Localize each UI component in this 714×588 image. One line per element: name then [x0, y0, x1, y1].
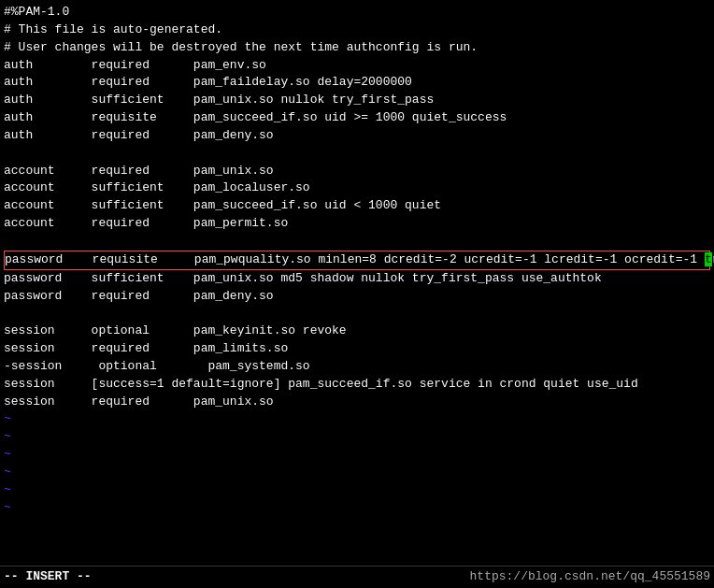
line-28: ~: [4, 481, 710, 499]
line-17: password required pam_deny.so: [4, 288, 710, 306]
line-11: account sufficient pam_localuser.so: [4, 179, 710, 197]
line-23: session required pam_unix.so: [4, 394, 710, 411]
line-19: session optional pam_keyinit.so revoke: [4, 323, 710, 340]
line-12: account sufficient pam_succeed_if.so uid…: [4, 197, 710, 215]
line-1: #%PAM-1.0: [4, 4, 710, 22]
url-label: https://blog.csdn.net/qq_45551589: [470, 568, 710, 586]
line-26: ~: [4, 446, 710, 464]
line-7: auth requisite pam_succeed_if.so uid >= …: [4, 109, 710, 127]
line-22: session [success=1 default=ignore] pam_s…: [4, 376, 710, 394]
line-29: ~: [4, 499, 710, 517]
line-6: auth sufficient pam_unix.so nullok try_f…: [4, 92, 710, 109]
line-18: [4, 305, 710, 323]
line-21: -session optional pam_systemd.so: [4, 358, 710, 376]
line-3: # User changes will be destroyed the nex…: [4, 39, 710, 57]
line-16: password sufficient pam_unix.so md5 shad…: [4, 270, 710, 288]
line-8: auth required pam_deny.so: [4, 127, 710, 145]
line-24: ~: [4, 410, 710, 428]
line-10: account required pam_unix.so: [4, 163, 710, 180]
line-27: ~: [4, 464, 710, 481]
line-25: ~: [4, 428, 710, 446]
line-14: [4, 233, 710, 251]
line-13: account required pam_permit.so: [4, 215, 710, 233]
line-4: auth required pam_env.so: [4, 57, 710, 75]
line-9: [4, 145, 710, 163]
status-bar: -- INSERT -- https://blog.csdn.net/qq_45…: [0, 566, 714, 588]
line-2: # This file is auto-generated.: [4, 22, 710, 39]
terminal: #%PAM-1.0 # This file is auto-generated.…: [0, 0, 714, 588]
line-20: session required pam_limits.so: [4, 340, 710, 358]
insert-mode-label: -- INSERT --: [4, 568, 92, 586]
line-15: password requisite pam_pwquality.so minl…: [5, 251, 709, 269]
line-5: auth required pam_faildelay.so delay=200…: [4, 74, 710, 92]
text-cursor: t: [705, 252, 712, 266]
highlight-block: password requisite pam_pwquality.so minl…: [4, 251, 710, 270]
